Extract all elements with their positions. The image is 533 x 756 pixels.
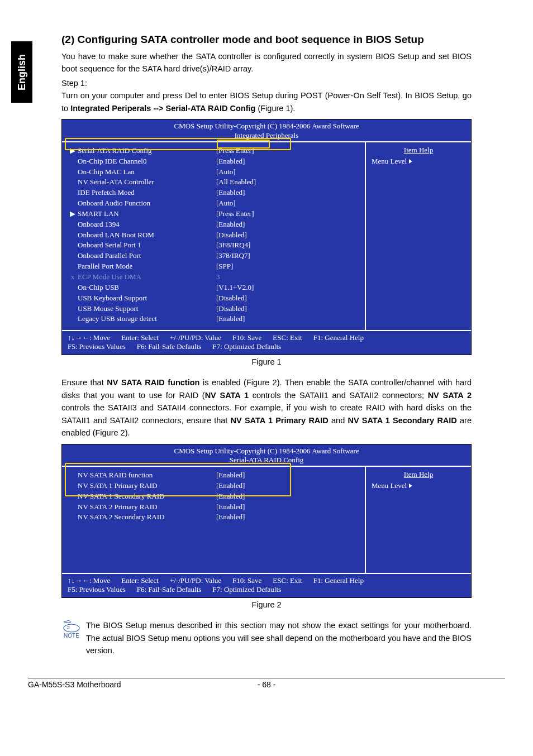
row-value: [Auto]	[216, 167, 359, 178]
row-marker	[68, 491, 78, 502]
bios-row: On-Chip MAC Lan[Auto]	[68, 167, 359, 178]
row-label: USB Mouse Support	[78, 304, 216, 314]
text: (Figure 1).	[255, 104, 295, 113]
side-menu-level: Menu Level	[372, 481, 465, 490]
bios-row: NV SATA 2 Primary RAID[Enabled]	[68, 502, 359, 513]
row-label: On-Chip USB	[78, 283, 216, 293]
row-marker	[68, 167, 78, 178]
svg-point-0	[64, 624, 79, 632]
row-value: [All Enabled]	[216, 177, 359, 188]
row-label: Legacy USB storage detect	[78, 314, 216, 324]
bold: NV SATA RAID function	[107, 378, 199, 387]
footer-key: F7: Optimized Defaults	[212, 342, 281, 351]
footer-key: F10: Save	[232, 576, 261, 585]
row-label: Serial-ATA RAID Config	[78, 146, 216, 156]
row-marker	[68, 240, 78, 251]
bios-copyright: CMOS Setup Utility-Copyright (C) 1984-20…	[62, 447, 471, 456]
note-label: NOTE	[64, 633, 79, 639]
row-marker	[68, 219, 78, 230]
row-value: [Enabled]	[216, 470, 359, 481]
note-icon: NOTE	[61, 619, 82, 639]
section-heading: (2) Configuring SATA controller mode and…	[61, 34, 472, 46]
row-marker: ▶	[68, 209, 78, 219]
row-label: IDE Prefetch Moed	[78, 188, 216, 198]
row-marker	[68, 481, 78, 491]
bios-row: NV SATA 1 Secondary RAID[Enabled]	[68, 491, 359, 502]
bios-row: NV SATA 2 Secondary RAID[Enabled]	[68, 512, 359, 523]
row-label: On-Chip IDE Channel0	[78, 156, 216, 167]
footer-key: +/-/PU/PD: Value	[170, 333, 221, 342]
row-marker	[68, 198, 78, 209]
row-value: [Disabled]	[216, 293, 359, 304]
row-marker	[68, 314, 78, 324]
row-marker	[68, 156, 78, 167]
language-tab: English	[11, 41, 32, 103]
footer-key: F5: Previous Values	[68, 342, 126, 351]
bios-row: NV Serial-ATA Controller[All Enabled]	[68, 177, 359, 188]
row-label: Onboard Parallel Port	[78, 251, 216, 261]
bios-row: Onboard Serial Port 1[3F8/IRQ4]	[68, 240, 359, 251]
side-sub-label: Menu Level	[372, 481, 407, 490]
row-marker	[68, 230, 78, 241]
row-marker: ▶	[68, 146, 78, 156]
bios-figure-1-wrap: CMOS Setup Utility-Copyright (C) 1984-20…	[61, 119, 472, 355]
row-value: 3	[216, 272, 359, 283]
bios-row: IDE Prefetch Moed[Enabled]	[68, 188, 359, 198]
bios-footer-keys: ↑↓→←: MoveEnter: Select+/-/PU/PD: ValueF…	[62, 574, 471, 597]
row-value: [Press Enter]	[216, 146, 359, 156]
bios-row: Onboard Audio Function[Auto]	[68, 198, 359, 209]
step-label: Step 1:	[61, 77, 472, 89]
bios-row: ▶Serial-ATA RAID Config[Press Enter]	[68, 146, 359, 156]
row-label: SMART LAN	[78, 209, 216, 219]
row-value: [Enabled]	[216, 481, 359, 491]
bios-screen-1: CMOS Setup Utility-Copyright (C) 1984-20…	[61, 119, 472, 355]
bios-row: NV SATA 1 Primary RAID[Enabled]	[68, 481, 359, 491]
row-marker	[68, 502, 78, 513]
footer-key: F10: Save	[232, 333, 261, 342]
row-value: [Press Enter]	[216, 209, 359, 219]
row-value: [Disabled]	[216, 230, 359, 241]
footer-key: ↑↓→←: Move	[68, 576, 110, 585]
row-label: NV Serial-ATA Controller	[78, 177, 216, 188]
footer-key: F5: Previous Values	[68, 585, 126, 594]
side-sub-label: Menu Level	[372, 157, 407, 166]
row-label: USB Keyboard Support	[78, 293, 216, 304]
row-label: NV SATA RAID function	[78, 470, 216, 481]
bold: NV SATA 1 Primary RAID	[231, 416, 329, 425]
triangle-right-icon	[409, 484, 412, 488]
footer-key: F6: Fail-Safe Defaults	[137, 342, 202, 351]
footer-page-number: - 68 -	[233, 680, 300, 689]
row-label: NV SATA 1 Secondary RAID	[78, 491, 216, 502]
side-title: Item Help	[372, 470, 465, 479]
row-value: [Enabled]	[216, 491, 359, 502]
step1-paragraph: Turn on your computer and press Del to e…	[61, 89, 472, 114]
footer-key: ESC: Exit	[273, 333, 302, 342]
bios-row: Onboard 1394[Enabled]	[68, 219, 359, 230]
footer-key: ↑↓→←: Move	[68, 333, 110, 342]
row-marker	[68, 251, 78, 261]
row-value: [V1.1+V2.0]	[216, 283, 359, 293]
triangle-right-icon	[409, 159, 412, 164]
bios-copyright: CMOS Setup Utility-Copyright (C) 1984-20…	[62, 122, 471, 131]
row-label: On-Chip MAC Lan	[78, 167, 216, 178]
row-value: [378/IRQ7]	[216, 251, 359, 261]
note-block: NOTE The BIOS Setup menus described in t…	[61, 619, 472, 657]
row-value: [Disabled]	[216, 304, 359, 314]
bios-row: NV SATA RAID function[Enabled]	[68, 470, 359, 481]
text: controls the SATAII1 and SATAII2 connect…	[249, 391, 428, 400]
bold: NV SATA 1	[205, 391, 249, 400]
row-value: [Enabled]	[216, 188, 359, 198]
bios-row: On-Chip USB[V1.1+V2.0]	[68, 283, 359, 293]
bios-footer-keys: ↑↓→←: MoveEnter: Select+/-/PU/PD: ValueF…	[62, 331, 471, 355]
bios-subtitle: Integrated Peripherals	[62, 131, 471, 140]
row-label: Parallel Port Mode	[78, 261, 216, 272]
footer-product: GA-M55S-S3 Motherboard	[28, 680, 233, 689]
note-text: The BIOS Setup menus described in this s…	[86, 619, 472, 657]
footer-key: Enter: Select	[121, 333, 159, 342]
intro-paragraph: You have to make sure whether the SATA c…	[61, 50, 472, 75]
row-marker: x	[68, 272, 78, 283]
bios-figure-2-wrap: CMOS Setup Utility-Copyright (C) 1984-20…	[61, 444, 472, 599]
row-marker	[68, 512, 78, 523]
bios-side-panel: Item Help Menu Level	[365, 467, 471, 573]
bold: NV SATA 1 Secondary RAID	[348, 416, 456, 425]
